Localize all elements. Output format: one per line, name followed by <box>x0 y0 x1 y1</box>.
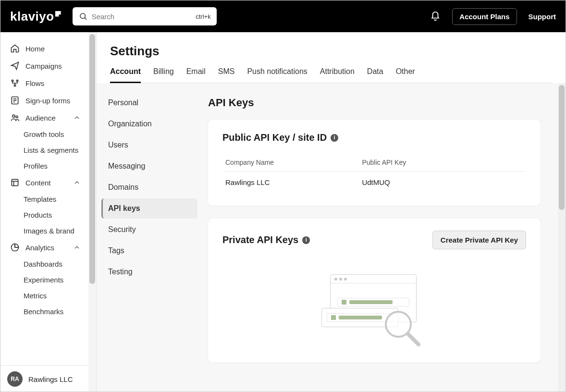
audience-icon <box>10 113 20 122</box>
nav-label: Campaigns <box>25 62 62 70</box>
account-switcher[interactable]: RA Rawlings LLC <box>0 365 96 392</box>
chevron-up-icon <box>73 179 81 186</box>
nav-metrics[interactable]: Metrics <box>20 288 85 304</box>
home-icon <box>10 44 20 53</box>
subnav-users[interactable]: Users <box>101 135 197 155</box>
section-heading: API Keys <box>208 97 541 109</box>
nav-content[interactable]: Content <box>6 174 85 191</box>
nav-label: Flows <box>25 79 44 87</box>
svg-line-15 <box>408 334 418 344</box>
subnav-security[interactable]: Security <box>101 220 197 240</box>
nav-label: Analytics <box>25 244 54 252</box>
content-scrollbar[interactable] <box>558 83 566 392</box>
subnav-api-keys[interactable]: API keys <box>101 198 197 219</box>
nav-campaigns[interactable]: Campaigns <box>6 57 85 74</box>
magnifier-icon <box>383 309 421 347</box>
sidebar-scrollbar[interactable] <box>88 32 96 392</box>
tab-other[interactable]: Other <box>396 67 415 83</box>
search-box[interactable]: ctrl+k <box>73 7 217 25</box>
nav-products[interactable]: Products <box>20 207 85 223</box>
col-company: Company Name <box>222 154 359 172</box>
private-api-title: Private API Keys <box>222 234 298 245</box>
info-icon[interactable]: i <box>302 236 310 244</box>
svg-point-10 <box>16 116 18 118</box>
subnav-tags[interactable]: Tags <box>101 241 197 261</box>
tab-email[interactable]: Email <box>186 67 206 83</box>
logo[interactable]: klaviyo <box>10 9 61 24</box>
logo-mark-icon <box>55 11 61 17</box>
sidebar: Home Campaigns Flows Sign-up forms Audie… <box>0 32 97 392</box>
svg-rect-11 <box>12 179 18 185</box>
send-icon <box>10 61 20 71</box>
svg-point-4 <box>14 85 15 86</box>
form-icon <box>10 96 20 105</box>
content-icon <box>10 178 20 187</box>
nav-label: Sign-up forms <box>25 97 70 105</box>
nav-label: Content <box>25 179 51 187</box>
nav-analytics[interactable]: Analytics <box>6 239 85 256</box>
chevron-up-icon <box>73 114 81 122</box>
create-private-key-button[interactable]: Create Private API Key <box>432 231 526 249</box>
analytics-icon <box>10 243 20 252</box>
public-api-title: Public API Key / site ID <box>222 132 327 143</box>
account-plans-button[interactable]: Account Plans <box>452 8 517 25</box>
tab-sms[interactable]: SMS <box>218 67 235 83</box>
private-api-card: Private API Keys i Create Private API Ke… <box>208 218 541 362</box>
subnav-organization[interactable]: Organization <box>101 114 197 134</box>
subnav-personal[interactable]: Personal <box>101 93 197 113</box>
nav-label: Home <box>25 45 45 53</box>
tab-billing[interactable]: Billing <box>153 67 174 83</box>
nav-benchmarks[interactable]: Benchmarks <box>20 304 85 319</box>
nav-label: Audience <box>25 114 56 122</box>
svg-point-3 <box>16 80 18 81</box>
tab-attribution[interactable]: Attribution <box>320 67 355 83</box>
nav-images-brand[interactable]: Images & brand <box>20 223 85 239</box>
info-icon[interactable]: i <box>331 134 338 142</box>
page-title: Settings <box>110 44 552 59</box>
tab-data[interactable]: Data <box>367 67 383 83</box>
nav-home[interactable]: Home <box>6 40 85 57</box>
table-row: Rawlings LLC UdtMUQ <box>222 172 526 194</box>
account-subnav: Personal Organization Users Messaging Do… <box>97 83 202 392</box>
flows-icon <box>10 78 20 88</box>
nav-templates[interactable]: Templates <box>20 191 85 207</box>
subnav-testing[interactable]: Testing <box>101 262 197 282</box>
nav-signup-forms[interactable]: Sign-up forms <box>6 92 85 109</box>
nav-audience[interactable]: Audience <box>6 109 85 126</box>
search-shortcut: ctrl+k <box>196 13 210 20</box>
search-icon <box>78 12 88 21</box>
tab-account[interactable]: Account <box>110 67 141 83</box>
svg-point-9 <box>12 115 15 117</box>
subnav-messaging[interactable]: Messaging <box>101 156 197 176</box>
support-link[interactable]: Support <box>529 12 556 21</box>
col-public-key: Public API Key <box>359 154 526 172</box>
settings-tabs: Account Billing Email SMS Push notificat… <box>110 67 552 83</box>
public-api-card: Public API Key / site ID i Company Name … <box>208 120 541 206</box>
nav-flows[interactable]: Flows <box>6 74 85 92</box>
empty-state-illustration <box>222 260 526 346</box>
search-input[interactable] <box>92 12 192 21</box>
svg-point-2 <box>12 80 13 81</box>
tab-push[interactable]: Push notifications <box>247 67 307 83</box>
notifications-icon[interactable] <box>430 11 441 22</box>
svg-line-1 <box>85 18 86 19</box>
svg-point-0 <box>80 13 86 19</box>
account-name: Rawlings LLC <box>28 375 73 383</box>
nav-profiles[interactable]: Profiles <box>20 158 85 174</box>
cell-public-key: UdtMUQ <box>359 172 526 194</box>
nav-experiments[interactable]: Experiments <box>20 272 85 288</box>
chevron-up-icon <box>73 244 81 251</box>
cell-company: Rawlings LLC <box>222 172 359 194</box>
nav-dashboards[interactable]: Dashboards <box>20 256 85 272</box>
avatar: RA <box>7 371 23 387</box>
subnav-domains[interactable]: Domains <box>101 177 197 197</box>
nav-growth-tools[interactable]: Growth tools <box>20 126 85 142</box>
nav-lists-segments[interactable]: Lists & segments <box>20 142 85 158</box>
